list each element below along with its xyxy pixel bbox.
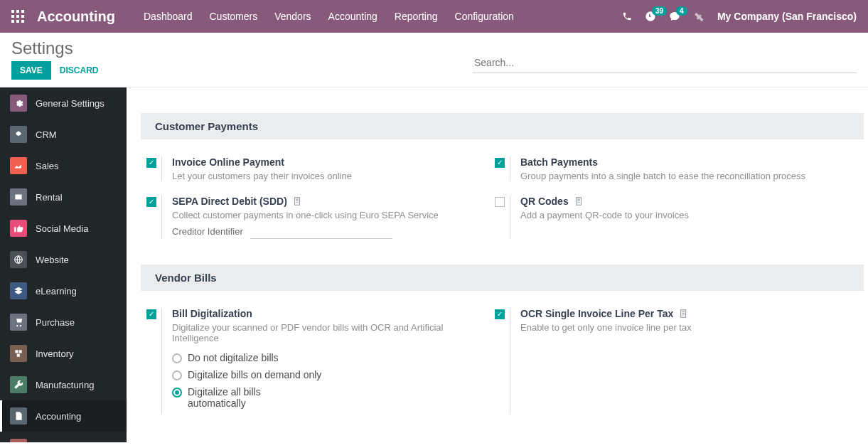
- wrench-icon: [10, 376, 27, 393]
- search-input[interactable]: [473, 53, 857, 73]
- setting-qr-codes: QR Codes Add a payment QR-code to your i…: [489, 190, 823, 247]
- sidebar-item-rental[interactable]: Rental: [0, 181, 127, 213]
- sidebar-item-label: Sales: [36, 161, 59, 171]
- checkbox-ocr-single-line[interactable]: [495, 309, 505, 319]
- svg-rect-0: [11, 10, 14, 13]
- sidebar-item-label: Social Media: [36, 223, 88, 234]
- building-icon[interactable]: [573, 196, 584, 207]
- chart-icon: [10, 157, 27, 174]
- setting-title: OCR Single Invoice Line Per Tax: [520, 308, 673, 319]
- sidebar-item-purchase[interactable]: Purchase: [0, 306, 127, 338]
- sidebar-item-general[interactable]: General Settings: [0, 87, 127, 119]
- document-icon: [10, 407, 27, 425]
- svg-rect-11: [15, 350, 18, 353]
- building-icon[interactable]: [291, 196, 303, 207]
- activities-badge: 39: [652, 6, 667, 16]
- radio-label: Digitalize bills on demand only: [188, 369, 321, 380]
- sidebar-item-label: Purchase: [36, 317, 75, 328]
- sidebar-item-payroll[interactable]: Payroll: [0, 432, 127, 442]
- money-icon: [10, 439, 27, 442]
- company-switcher[interactable]: My Company (San Francisco): [717, 11, 857, 22]
- sidebar-item-inventory[interactable]: Inventory: [0, 338, 127, 369]
- messaging-badge: 4: [676, 6, 687, 16]
- svg-rect-9: [15, 195, 21, 200]
- checkbox-qr-codes[interactable]: [495, 197, 505, 207]
- svg-rect-4: [16, 15, 19, 18]
- nav-reporting[interactable]: Reporting: [395, 11, 438, 22]
- top-navbar: Accounting Dashboard Customers Vendors A…: [0, 0, 868, 33]
- nav-configuration[interactable]: Configuration: [455, 11, 514, 22]
- sidebar-item-elearning[interactable]: eLearning: [0, 275, 127, 306]
- radio-label: Do not digitalize bills: [188, 352, 279, 363]
- setting-title: Bill Digitalization: [172, 308, 475, 319]
- setting-desc: Let your customers pay their invoices on…: [172, 171, 475, 181]
- sidebar-item-label: Payroll: [36, 442, 64, 443]
- setting-sepa-direct-debit: SEPA Direct Debit (SDD) Collect customer…: [141, 190, 475, 247]
- debug-icon[interactable]: [693, 11, 704, 22]
- svg-rect-13: [17, 354, 20, 357]
- apps-menu-icon[interactable]: [11, 10, 24, 23]
- setting-invoice-online-payment: Invoice Online Payment Let your customer…: [141, 151, 475, 190]
- radio-all-auto[interactable]: Digitalize all bills automatically: [172, 386, 475, 409]
- settings-content[interactable]: Customer Payments Invoice Online Payment…: [127, 87, 868, 442]
- radio-on-demand[interactable]: Digitalize bills on demand only: [172, 369, 475, 380]
- sidebar-item-label: Rental: [36, 192, 63, 203]
- svg-rect-5: [21, 15, 24, 18]
- sidebar-item-label: Accounting: [36, 411, 81, 422]
- breadcrumb: Settings: [11, 38, 473, 58]
- setting-batch-payments: Batch Payments Group payments into a sin…: [489, 151, 823, 190]
- setting-bill-digitalization: Bill Digitalization Digitalize your scan…: [141, 302, 475, 423]
- sidebar-item-accounting[interactable]: Accounting: [0, 400, 127, 432]
- discard-button[interactable]: DISCARD: [57, 61, 102, 80]
- messaging-icon[interactable]: 4: [669, 11, 680, 22]
- save-button[interactable]: SAVE: [11, 61, 51, 80]
- setting-title: QR Codes: [520, 196, 569, 207]
- sidebar-item-manufacturing[interactable]: Manufacturing: [0, 369, 127, 400]
- radio-icon: [172, 370, 182, 380]
- activities-icon[interactable]: 39: [645, 11, 656, 22]
- svg-rect-3: [11, 15, 14, 18]
- handshake-icon: [10, 126, 27, 143]
- svg-rect-1: [16, 10, 19, 13]
- nav-customers[interactable]: Customers: [210, 11, 258, 22]
- radio-do-not-digitalize[interactable]: Do not digitalize bills: [172, 352, 475, 363]
- setting-desc: Group payments into a single batch to ea…: [520, 171, 823, 181]
- app-brand[interactable]: Accounting: [37, 9, 115, 25]
- checkbox-invoice-online[interactable]: [146, 158, 156, 168]
- setting-desc: Collect customer payments in one-click u…: [172, 210, 475, 220]
- sidebar-item-website[interactable]: Website: [0, 244, 127, 275]
- stack-icon: [10, 345, 27, 362]
- navbar-right: 39 4 My Company (San Francisco): [622, 11, 857, 22]
- input-creditor-identifier[interactable]: [250, 225, 392, 239]
- body-area: General Settings CRM Sales Rental Social…: [0, 87, 868, 442]
- nav-accounting[interactable]: Accounting: [328, 11, 377, 22]
- checkbox-batch-payments[interactable]: [495, 158, 505, 168]
- settings-sidebar: General Settings CRM Sales Rental Social…: [0, 87, 127, 442]
- sidebar-item-crm[interactable]: CRM: [0, 119, 127, 150]
- checkbox-sdd[interactable]: [146, 197, 156, 207]
- nav-dashboard[interactable]: Dashboard: [144, 11, 193, 22]
- svg-rect-6: [11, 20, 14, 23]
- sidebar-item-label: Manufacturing: [36, 380, 94, 390]
- sidebar-item-label: eLearning: [36, 286, 77, 297]
- globe-icon: [10, 251, 27, 268]
- setting-ocr-single-line: OCR Single Invoice Line Per Tax Enable t…: [489, 302, 823, 423]
- control-panel: Settings SAVE DISCARD: [0, 33, 868, 87]
- nav-vendors[interactable]: Vendors: [274, 11, 311, 22]
- radio-label: Digitalize all bills automatically: [188, 386, 294, 409]
- setting-title: Batch Payments: [520, 156, 823, 168]
- checkbox-bill-digitalization[interactable]: [146, 309, 156, 319]
- setting-desc: Digitalize your scanned or PDF vendor bi…: [172, 322, 475, 343]
- field-label-creditor-identifier: Creditor Identifier: [172, 226, 243, 238]
- sidebar-item-social[interactable]: Social Media: [0, 213, 127, 244]
- graduation-icon: [10, 282, 27, 299]
- building-icon[interactable]: [677, 308, 689, 319]
- section-customer-payments: Customer Payments: [141, 113, 864, 139]
- svg-rect-7: [16, 20, 19, 23]
- sidebar-item-sales[interactable]: Sales: [0, 150, 127, 181]
- sidebar-item-label: Website: [36, 255, 69, 265]
- sidebar-item-label: General Settings: [36, 98, 105, 109]
- setting-desc: Enable to get only one invoice line per …: [520, 322, 823, 333]
- svg-rect-2: [21, 10, 24, 13]
- phone-icon[interactable]: [622, 11, 632, 21]
